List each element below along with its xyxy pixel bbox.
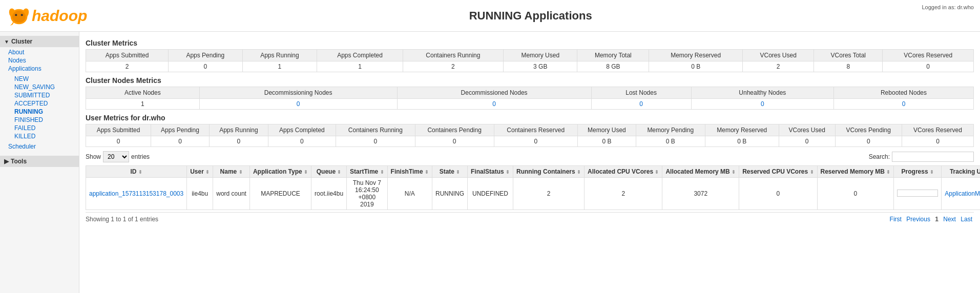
hadoop-wordmark: hadoop (32, 7, 87, 25)
col-reserved-cpu[interactable]: Reserved CPU VCores ⇕ (739, 166, 817, 178)
sidebar-item-running[interactable]: RUNNING (14, 108, 79, 116)
um-header-containers-reserved: Containers Reserved (494, 124, 577, 136)
cell-alloc-memory: 3072 (662, 178, 739, 210)
cm-val-vcores-total: 8 (814, 61, 883, 72)
um-header-memory-reserved: Memory Reserved (705, 124, 779, 136)
col-alloc-cpu[interactable]: Allocated CPU VCores ⇕ (585, 166, 662, 178)
cm-header-apps-submitted: Apps Submitted (86, 50, 169, 61)
cm-val-memory-total: 8 GB (577, 61, 649, 72)
id-sort-icon: ⇕ (138, 170, 142, 175)
name-sort-icon: ⇕ (239, 170, 243, 175)
cm-header-memory-reserved: Memory Reserved (649, 50, 743, 61)
cell-queue: root.iie4bu (311, 178, 347, 210)
sidebar-item-new[interactable]: NEW (14, 75, 79, 83)
col-user[interactable]: User ⇕ (187, 166, 213, 178)
main-layout: ▼ Cluster About Nodes Applications NEW N… (0, 32, 980, 293)
cn-link-unhealthy[interactable]: 0 (761, 100, 764, 108)
cm-val-apps-pending: 0 (169, 61, 243, 72)
sidebar-item-nodes[interactable]: Nodes (8, 56, 79, 65)
sidebar-item-killed[interactable]: KILLED (14, 132, 79, 140)
sidebar-item-applications[interactable]: Applications (8, 65, 79, 73)
cn-val-decommissioned: 0 (397, 99, 591, 110)
sidebar-item-failed[interactable]: FAILED (14, 124, 79, 132)
cn-link-lost[interactable]: 0 (639, 100, 643, 108)
svg-point-5 (21, 14, 23, 16)
cell-running-containers: 2 (513, 178, 585, 210)
user-sort-icon: ⇕ (205, 170, 210, 175)
pagination-next[interactable]: Next (943, 216, 956, 223)
pagination-previous[interactable]: Previous (906, 216, 930, 223)
cm-val-apps-running: 1 (242, 61, 317, 72)
sidebar-cluster-toggle[interactable]: ▼ Cluster (0, 36, 79, 47)
col-id[interactable]: ID ⇕ (86, 166, 187, 178)
col-final-status[interactable]: FinalStatus ⇕ (468, 166, 513, 178)
um-val-containers-running: 0 (336, 136, 415, 147)
cn-link-rebooted[interactable]: 0 (902, 100, 906, 108)
col-app-type[interactable]: Application Type ⇕ (249, 166, 311, 178)
sidebar-cluster-section: ▼ Cluster About Nodes Applications NEW N… (0, 36, 79, 152)
svg-point-3 (12, 11, 26, 23)
tracking-ui-link[interactable]: ApplicationMaster (945, 190, 980, 197)
cn-header-active: Active Nodes (86, 87, 200, 99)
um-header-apps-submitted: Apps Submitted (86, 124, 151, 136)
cluster-metrics-title: Cluster Metrics (86, 39, 974, 47)
alloc-cpu-sort-icon: ⇕ (655, 170, 659, 175)
col-progress[interactable]: Progress ⇕ (894, 166, 942, 178)
cell-user: iie4bu (187, 178, 213, 210)
alloc-memory-sort-icon: ⇕ (732, 170, 736, 175)
um-val-apps-pending: 0 (151, 136, 209, 147)
col-tracking-ui[interactable]: Tracking UI ⇕ (942, 166, 980, 178)
cn-header-rebooted: Rebooted Nodes (833, 87, 973, 99)
cm-val-vcores-reserved: 0 (883, 61, 974, 72)
col-queue[interactable]: Queue ⇕ (311, 166, 347, 178)
start-time-sort-icon: ⇕ (380, 170, 384, 175)
col-finish-time[interactable]: FinishTime ⇕ (387, 166, 432, 178)
app-id-link[interactable]: application_1573113153178_0003 (89, 190, 183, 197)
um-header-vcores-pending: VCores Pending (835, 124, 902, 136)
um-header-memory-used: Memory Used (577, 124, 636, 136)
cm-header-memory-total: Memory Total (577, 50, 649, 61)
search-input[interactable] (892, 152, 974, 162)
um-header-vcores-used: VCores Used (779, 124, 835, 136)
sidebar-item-finished[interactable]: FINISHED (14, 116, 79, 124)
col-state[interactable]: State ⇕ (432, 166, 468, 178)
user-metrics-title: User Metrics for dr.who (86, 114, 974, 122)
reserved-memory-sort-icon: ⇕ (886, 170, 890, 175)
col-alloc-memory[interactable]: Allocated Memory MB ⇕ (662, 166, 739, 178)
sidebar-item-about[interactable]: About (8, 48, 79, 56)
elephant-icon (6, 4, 32, 27)
table-row: application_1573113153178_0003 iie4bu wo… (86, 178, 981, 210)
cm-header-memory-used: Memory Used (504, 50, 577, 61)
table-controls: Show 10 20 50 100 entries Search: (86, 151, 974, 162)
cn-header-lost: Lost Nodes (591, 87, 691, 99)
page-title: RUNNING Applications (87, 9, 974, 23)
col-start-time[interactable]: StartTime ⇕ (347, 166, 387, 178)
sidebar-item-new-saving[interactable]: NEW_SAVING (14, 83, 79, 91)
col-name[interactable]: Name ⇕ (213, 166, 250, 178)
cn-header-decommissioning: Decommissioning Nodes (199, 87, 397, 99)
sidebar-item-submitted[interactable]: SUBMITTED (14, 91, 79, 99)
um-val-containers-pending: 0 (415, 136, 494, 147)
pagination-first[interactable]: First (890, 216, 902, 223)
sidebar-item-scheduler[interactable]: Scheduler (8, 142, 79, 151)
sidebar-item-accepted[interactable]: ACCEPTED (14, 99, 79, 108)
cm-header-apps-completed: Apps Completed (317, 50, 403, 61)
cell-id: application_1573113153178_0003 (86, 178, 187, 210)
um-header-containers-running: Containers Running (336, 124, 415, 136)
cm-header-vcores-total: VCores Total (814, 50, 883, 61)
col-reserved-memory[interactable]: Reserved Memory MB ⇕ (817, 166, 894, 178)
um-val-memory-used: 0 B (577, 136, 636, 147)
pagination-last[interactable]: Last (961, 216, 972, 223)
cm-header-apps-running: Apps Running (242, 50, 317, 61)
col-running-containers[interactable]: Running Containers ⇕ (513, 166, 585, 178)
show-entries-select[interactable]: 10 20 50 100 (103, 151, 129, 162)
cn-link-decommissioning[interactable]: 0 (297, 100, 300, 108)
sidebar-tools-toggle[interactable]: ▶ Tools (0, 156, 79, 167)
main-content: Cluster Metrics Apps Submitted Apps Pend… (79, 32, 980, 293)
svg-point-4 (15, 14, 17, 16)
page-header: hadoop RUNNING Applications Logged in as… (0, 0, 980, 32)
cn-val-rebooted: 0 (833, 99, 973, 110)
cn-link-decommissioned[interactable]: 0 (492, 100, 496, 108)
cm-val-containers-running: 2 (403, 61, 503, 72)
um-header-vcores-reserved: VCores Reserved (902, 124, 973, 136)
